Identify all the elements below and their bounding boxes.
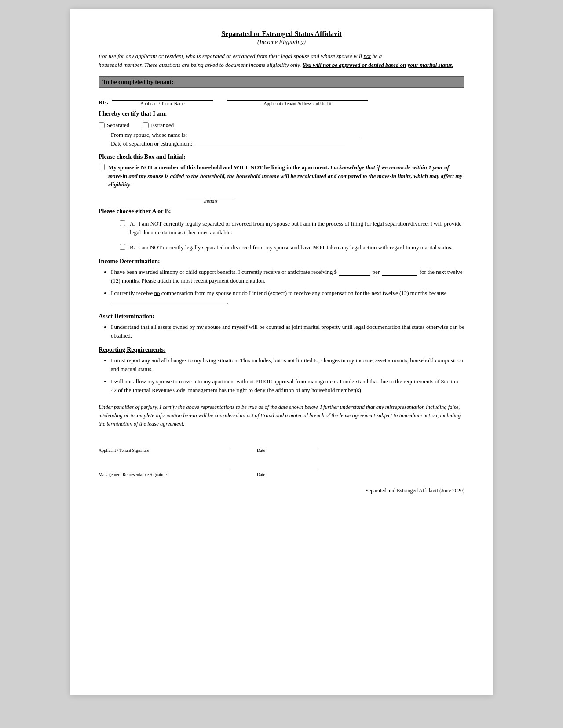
initials-label: Initials [186,198,235,204]
tenant-sig-field[interactable]: Applicant / Tenant Signature [99,439,230,453]
separation-date-input[interactable] [195,141,345,147]
date1-field[interactable]: Date [257,439,318,453]
penalties-paragraph: Under penalties of perjury, I certify th… [99,403,464,429]
please-check-title: Please check this Box and Initial: [99,153,464,160]
separation-date-label: Date of separation or estrangement: [111,140,193,147]
separated-checkbox[interactable] [99,122,105,128]
alimony-amount-input[interactable] [339,269,370,276]
certify-title: I hereby certify that I am: [99,110,464,117]
option-a-text: A. I am NOT currently legally separated … [130,219,464,237]
document-title: Separated or Estranged Status Affidavit [99,30,464,38]
page-footer: Separated and Estranged Affidavit (June … [99,488,464,494]
spouse-name-label: From my spouse, whose name is: [111,131,187,138]
estranged-checkbox[interactable] [143,122,149,128]
signature-row-2: Management Representative Signature Date [99,463,464,477]
option-a-checkbox[interactable] [120,220,125,226]
date1-label: Date [257,448,318,453]
reporting-bullet-1: I must report any and all changes to my … [111,356,464,374]
intro-not: not [363,53,371,59]
option-a-body: I am NOT currently legally separated or … [130,220,461,236]
mgmt-sig-line [99,463,230,471]
mgmt-sig-label: Management Representative Signature [99,472,230,477]
intro-text-1: For use for any applicant or resident, w… [99,53,363,59]
tenant-sig-label: Applicant / Tenant Signature [99,448,230,453]
no-compensation-reason-input[interactable] [112,299,226,306]
income-bullet-1-text: I have been awarded alimony or child sup… [111,269,462,284]
check-statement: My spouse is NOT a member of this househ… [99,163,464,189]
intro-paragraph: For use for any applicant or resident, w… [99,52,464,69]
separated-checkbox-item[interactable]: Separated [99,122,129,129]
status-checkboxes: Separated Estranged [99,122,464,129]
estranged-checkbox-item[interactable]: Estranged [143,122,174,129]
option-b-body: I am NOT currently legally separated or … [138,244,453,251]
check-box-section: My spouse is NOT a member of this househ… [99,163,464,189]
date1-line [257,439,318,447]
check-bold: My spouse is NOT a member of this househ… [108,164,329,171]
choose-title: Please choose either A or B: [99,208,464,215]
re-label: RE: [99,99,108,106]
asset-bullet: I understand that all assets owned by my… [111,323,464,340]
option-b-letter: B. [130,244,135,251]
estranged-label: Estranged [151,122,174,129]
separation-date-row: Date of separation or estrangement: [111,140,464,147]
signature-row-1: Applicant / Tenant Signature Date [99,439,464,453]
reporting-bullet-2: I will not allow my spouse to move into … [111,377,464,395]
option-b-checkbox[interactable] [120,244,125,250]
initials-section: Initials [186,197,464,204]
date2-label: Date [257,472,318,477]
tenant-name-input[interactable] [112,94,213,101]
initials-line [186,197,235,197]
tenant-section-header: To be completed by tenant: [99,76,464,88]
option-a-block: A. I am NOT currently legally separated … [120,219,464,237]
spouse-name-row: From my spouse, whose name is: [111,131,464,138]
asset-bullet-list: I understand that all assets owned by my… [111,323,464,340]
option-b-block: B. I am NOT currently legally separated … [120,243,464,252]
tenant-address-label: Applicant / Tenant Address and Unit # [227,101,368,106]
date2-line [257,463,318,471]
household-checkbox[interactable] [99,164,105,170]
income-determination-title: Income Determination: [99,258,464,265]
option-b-text: B. I am NOT currently legally separated … [130,243,453,252]
re-line: RE: Applicant / Tenant Name Applicant / … [99,94,464,106]
tenant-name-label: Applicant / Tenant Name [112,101,213,106]
spouse-name-input[interactable] [190,132,361,138]
reporting-bullet-list: I must report any and all changes to my … [111,356,464,395]
document-page: Separated or Estranged Status Affidavit … [70,9,493,695]
tenant-sig-line [99,439,230,447]
intro-bold-underline: You will not be approved or denied based… [303,62,453,68]
income-bullet-1: I have been awarded alimony or child sup… [111,268,464,285]
intro-text-2: be a [371,53,382,59]
tenant-address-field[interactable]: Applicant / Tenant Address and Unit # [227,94,368,106]
check-statement-text: My spouse is NOT a member of this househ… [108,163,464,189]
alimony-period-input[interactable] [382,269,417,276]
income-bullet-list: I have been awarded alimony or child sup… [111,268,464,307]
tenant-name-field[interactable]: Applicant / Tenant Name [112,94,213,106]
separated-label: Separated [107,122,129,129]
mgmt-sig-field[interactable]: Management Representative Signature [99,463,230,477]
tenant-address-input[interactable] [227,94,368,101]
date2-field[interactable]: Date [257,463,318,477]
income-bullet-2-text: I currently receive no compensation from… [111,290,447,305]
income-bullet-2: I currently receive no compensation from… [111,289,464,306]
reporting-requirements-title: Reporting Requirements: [99,346,464,353]
asset-determination-title: Asset Determination: [99,313,464,320]
option-a-letter: A. [130,220,135,227]
document-subtitle: (Income Eligibility) [99,39,464,46]
intro-text-3: household member. These questions are be… [99,62,303,68]
